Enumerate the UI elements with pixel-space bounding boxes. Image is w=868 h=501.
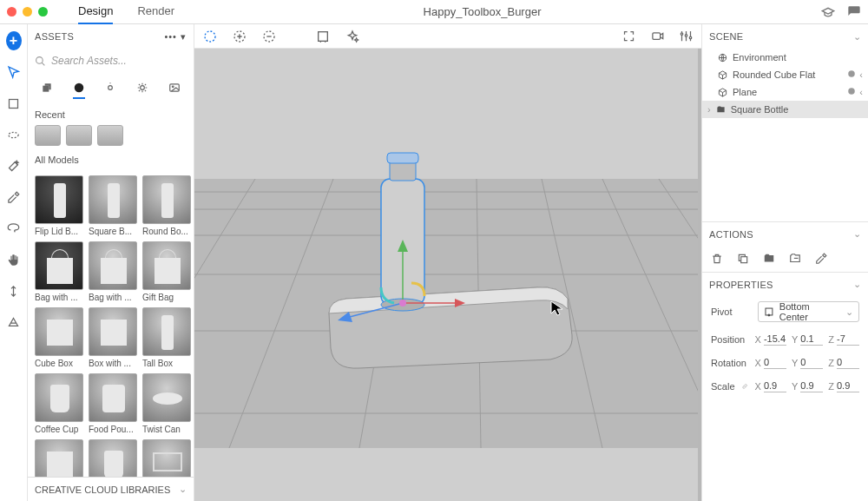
hand-tool[interactable] bbox=[6, 252, 22, 267]
svg-rect-19 bbox=[194, 448, 698, 501]
svg-rect-35 bbox=[387, 153, 418, 163]
marquee-add-tool[interactable] bbox=[233, 30, 247, 43]
asset-card[interactable] bbox=[89, 439, 137, 477]
recent-item[interactable] bbox=[66, 125, 92, 146]
asset-card[interactable]: Box with ... bbox=[89, 307, 137, 368]
asset-card[interactable] bbox=[35, 439, 83, 477]
scale-x-input[interactable] bbox=[764, 379, 786, 392]
scale-y-input[interactable] bbox=[800, 379, 823, 392]
select-tool[interactable] bbox=[6, 64, 22, 80]
scene-item-actions[interactable]: ‹ bbox=[847, 87, 863, 97]
dolly-tool[interactable] bbox=[6, 283, 22, 299]
chevron-down-icon[interactable]: ⌄ bbox=[853, 228, 861, 240]
feedback-icon[interactable] bbox=[847, 5, 861, 19]
asset-card[interactable]: Twist Can bbox=[142, 373, 191, 434]
position-y-input[interactable] bbox=[800, 333, 823, 346]
asset-card[interactable]: Tall Box bbox=[142, 307, 191, 368]
scene-item-actions[interactable]: ‹ bbox=[847, 69, 863, 80]
asset-card[interactable]: Square B... bbox=[89, 175, 137, 236]
asset-card[interactable]: Bag with ... bbox=[89, 241, 137, 302]
add-button[interactable]: + bbox=[6, 33, 22, 49]
recent-label: Recent bbox=[28, 101, 194, 125]
tab-design[interactable]: Design bbox=[78, 0, 113, 24]
cat-lights-icon[interactable] bbox=[104, 82, 116, 99]
camera-bookmark-icon[interactable] bbox=[651, 30, 664, 43]
asset-card[interactable]: Round Bo... bbox=[142, 175, 191, 236]
marquee-sub-tool[interactable] bbox=[262, 30, 276, 43]
magic-wand-tool[interactable] bbox=[6, 158, 22, 174]
pivot-select[interactable]: Bottom Center ⌄ bbox=[758, 301, 859, 322]
asset-card[interactable] bbox=[142, 439, 191, 477]
scene-item[interactable]: ›Square Bottle bbox=[702, 101, 868, 118]
crop-tool[interactable] bbox=[6, 96, 22, 111]
asset-label: Gift Bag bbox=[142, 290, 191, 302]
delete-icon[interactable] bbox=[711, 253, 723, 265]
assets-panel-menu-icon[interactable]: ••• ▾ bbox=[164, 31, 187, 43]
rotate-tool[interactable] bbox=[6, 127, 22, 142]
position-x-input[interactable] bbox=[764, 333, 786, 346]
chevron-down-icon[interactable]: ⌄ bbox=[853, 31, 861, 43]
close-window-button[interactable] bbox=[7, 7, 16, 16]
minimize-window-button[interactable] bbox=[23, 7, 32, 16]
duplicate-icon[interactable] bbox=[737, 253, 749, 265]
eyedropper-action-icon[interactable] bbox=[815, 253, 827, 265]
scene-item[interactable]: Rounded Cube Flat‹ bbox=[702, 66, 868, 83]
maximize-window-button[interactable] bbox=[38, 7, 48, 16]
viewport[interactable] bbox=[194, 24, 701, 501]
ground-snap-tool[interactable] bbox=[316, 30, 330, 43]
lasso-tool[interactable] bbox=[6, 221, 22, 236]
learn-icon[interactable] bbox=[821, 5, 835, 19]
rotation-z-input[interactable] bbox=[837, 356, 859, 369]
cat-materials-icon[interactable] bbox=[73, 82, 85, 99]
recent-item[interactable] bbox=[35, 125, 61, 146]
asset-card[interactable]: Gift Bag bbox=[142, 241, 191, 302]
cat-images-icon[interactable] bbox=[168, 82, 181, 99]
group-icon[interactable] bbox=[763, 253, 775, 265]
eyedropper-tool[interactable] bbox=[6, 189, 22, 205]
sparkle-tool[interactable] bbox=[345, 30, 359, 43]
marquee-circle-tool[interactable] bbox=[203, 30, 217, 43]
search-input[interactable]: Search Assets... bbox=[35, 50, 187, 71]
position-z-input[interactable] bbox=[837, 333, 859, 346]
chevron-down-icon[interactable]: ⌄ bbox=[853, 279, 861, 290]
tab-render[interactable]: Render bbox=[137, 0, 174, 24]
rotation-y-input[interactable] bbox=[800, 356, 823, 369]
asset-label: Bag with ... bbox=[35, 290, 83, 302]
asset-card[interactable]: Food Pou... bbox=[89, 373, 137, 434]
asset-card[interactable]: Cube Box bbox=[35, 307, 83, 368]
cat-models-icon[interactable] bbox=[41, 82, 53, 99]
scene-hierarchy: EnvironmentRounded Cube Flat‹Plane‹›Squa… bbox=[702, 49, 868, 118]
recent-item[interactable] bbox=[97, 125, 123, 146]
recent-items bbox=[28, 125, 194, 146]
actions-row bbox=[702, 246, 868, 272]
scene-item-label: Environment bbox=[733, 52, 786, 63]
asset-card[interactable]: Bag with ... bbox=[35, 241, 83, 302]
search-placeholder: Search Assets... bbox=[51, 55, 127, 67]
link-icon[interactable] bbox=[742, 382, 747, 391]
svg-rect-17 bbox=[194, 49, 698, 179]
perspective-tool[interactable] bbox=[6, 314, 22, 330]
asset-category-tabs bbox=[28, 76, 194, 101]
asset-card[interactable]: Coffee Cup bbox=[35, 373, 83, 434]
rotation-x-input[interactable] bbox=[764, 356, 786, 369]
asset-label: Coffee Cup bbox=[35, 422, 83, 434]
cc-libraries-panel[interactable]: CREATIVE CLOUD LIBRARIES ⌄ bbox=[28, 477, 194, 501]
scene-item-icon bbox=[718, 70, 727, 80]
scale-z-input[interactable] bbox=[837, 379, 859, 392]
scene-item[interactable]: Plane‹ bbox=[702, 83, 868, 101]
ungroup-icon[interactable] bbox=[789, 253, 801, 265]
render-settings-icon[interactable] bbox=[680, 30, 693, 43]
svg-point-45 bbox=[849, 70, 856, 77]
asset-label: Flip Lid B... bbox=[35, 224, 83, 236]
titlebar: Design Render Happy_Toolbox_Burger bbox=[0, 0, 868, 24]
cat-environments-icon[interactable] bbox=[136, 82, 148, 99]
assets-panel-title: ASSETS bbox=[35, 31, 74, 42]
scene-item[interactable]: Environment bbox=[702, 49, 868, 66]
all-models-label: All Models bbox=[28, 146, 194, 170]
scene-item-icon bbox=[718, 53, 727, 63]
asset-card[interactable]: Flip Lid B... bbox=[35, 175, 83, 236]
viewport-toolbar bbox=[194, 24, 701, 49]
rounded-cube-flat bbox=[329, 287, 572, 368]
position-label: Position bbox=[711, 334, 748, 345]
fullscreen-icon[interactable] bbox=[622, 30, 635, 43]
